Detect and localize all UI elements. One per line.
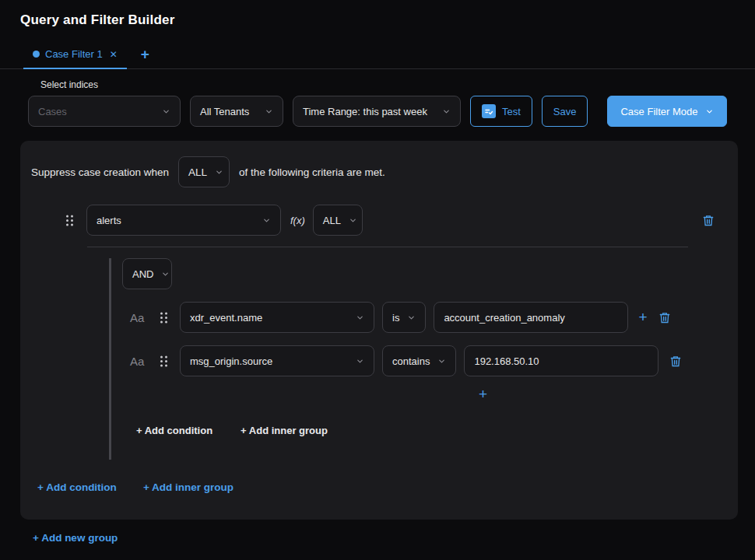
delete-condition-button[interactable] bbox=[669, 355, 682, 368]
condition-drag-handle[interactable] bbox=[160, 312, 168, 324]
group-children-container: AND Aa xdr_event.name is + bbox=[109, 258, 727, 460]
case-sensitivity-toggle[interactable]: Aa bbox=[130, 311, 149, 324]
tab-case-filter-1[interactable]: Case Filter 1 ✕ bbox=[23, 40, 127, 69]
add-condition-inline-button[interactable]: + bbox=[479, 386, 487, 403]
condition-operator-value: contains bbox=[392, 355, 430, 367]
condition-field-select[interactable]: msg_origin.source bbox=[180, 345, 374, 376]
drag-dots-icon bbox=[160, 312, 168, 324]
add-condition-button[interactable]: + Add condition bbox=[37, 481, 117, 493]
chevron-down-icon bbox=[437, 357, 446, 366]
inner-add-inner-group-button[interactable]: + Add inner group bbox=[241, 425, 328, 436]
condition-operator-select[interactable]: contains bbox=[382, 345, 456, 376]
page-title: Query and Filter Builder bbox=[0, 0, 755, 28]
suppress-operator-value: ALL bbox=[188, 166, 207, 178]
fx-label: f(x) bbox=[290, 215, 305, 226]
group-match-select[interactable]: ALL bbox=[313, 205, 363, 236]
save-button-label: Save bbox=[553, 106, 577, 117]
suppress-rule-row: Suppress case creation when ALL of the f… bbox=[31, 156, 727, 187]
add-tab-button[interactable]: + bbox=[127, 40, 163, 68]
condition-value-input[interactable] bbox=[434, 302, 628, 333]
group-match-value: ALL bbox=[323, 215, 341, 226]
inner-add-condition-button[interactable]: + Add condition bbox=[136, 425, 212, 436]
condition-value-input[interactable] bbox=[464, 345, 658, 376]
logic-operator-value: AND bbox=[132, 268, 153, 280]
chevron-down-icon bbox=[265, 107, 273, 116]
suppress-suffix-text: of the following criteria are met. bbox=[239, 166, 385, 178]
condition-row: Aa msg_origin.source contains bbox=[122, 345, 727, 376]
condition-field-select[interactable]: xdr_event.name bbox=[180, 302, 374, 333]
chevron-down-icon bbox=[356, 313, 364, 322]
add-inner-group-button[interactable]: + Add inner group bbox=[143, 481, 234, 493]
tab-bar: Case Filter 1 ✕ + bbox=[0, 40, 755, 69]
drag-dots-icon bbox=[65, 215, 74, 226]
test-button[interactable]: Test bbox=[470, 96, 532, 127]
tab-label: Case Filter 1 bbox=[45, 48, 103, 60]
case-filter-mode-label: Case Filter Mode bbox=[620, 106, 697, 117]
inner-group-actions: + Add condition + Add inner group bbox=[136, 425, 727, 436]
condition-row: Aa xdr_event.name is + bbox=[122, 302, 727, 333]
group-divider-line bbox=[87, 247, 688, 247]
group-source-select[interactable]: alerts bbox=[86, 205, 281, 236]
chevron-down-icon bbox=[407, 313, 416, 322]
condition-operator-value: is bbox=[392, 312, 399, 324]
toolbar: Cases All Tenants Time Range: this past … bbox=[28, 96, 755, 127]
chevron-down-icon bbox=[161, 270, 170, 278]
time-range-select-value: Time Range: this past week bbox=[303, 106, 427, 117]
suppress-operator-select[interactable]: ALL bbox=[178, 156, 230, 187]
case-sensitivity-toggle[interactable]: Aa bbox=[130, 355, 149, 368]
save-button[interactable]: Save bbox=[542, 96, 588, 127]
tab-close-icon[interactable]: ✕ bbox=[110, 49, 118, 60]
test-icon bbox=[482, 104, 496, 118]
group-header-row: alerts f(x) ALL bbox=[65, 205, 727, 236]
group-drag-handle[interactable] bbox=[65, 215, 74, 226]
filter-group-panel: Suppress case creation when ALL of the f… bbox=[20, 141, 738, 520]
drag-dots-icon bbox=[160, 355, 168, 367]
suppress-prefix-text: Suppress case creation when bbox=[31, 166, 169, 178]
condition-field-value: xdr_event.name bbox=[190, 312, 262, 324]
tab-status-dot bbox=[33, 51, 40, 58]
delete-condition-button[interactable] bbox=[658, 311, 671, 324]
condition-drag-handle[interactable] bbox=[160, 355, 168, 367]
delete-group-button[interactable] bbox=[702, 214, 715, 227]
condition-operator-select[interactable]: is bbox=[382, 302, 426, 333]
group-level-actions: + Add condition + Add inner group bbox=[37, 481, 727, 493]
chevron-down-icon bbox=[162, 107, 170, 116]
time-range-select[interactable]: Time Range: this past week bbox=[293, 96, 461, 127]
chevron-down-icon bbox=[705, 107, 714, 116]
chevron-down-icon bbox=[442, 107, 451, 116]
tenant-select-value: All Tenants bbox=[200, 106, 249, 117]
query-filter-builder-app: Query and Filter Builder Case Filter 1 ✕… bbox=[0, 0, 755, 544]
tenant-select[interactable]: All Tenants bbox=[190, 96, 283, 127]
test-button-label: Test bbox=[502, 106, 521, 117]
trash-icon bbox=[658, 311, 671, 324]
add-value-button[interactable]: + bbox=[638, 309, 647, 326]
select-indices-label: Select indices bbox=[40, 79, 755, 90]
trash-icon bbox=[702, 214, 715, 227]
chevron-down-icon bbox=[262, 216, 271, 225]
group-source-value: alerts bbox=[97, 215, 121, 226]
logic-operator-select[interactable]: AND bbox=[122, 258, 172, 289]
indices-select-value: Cases bbox=[38, 106, 67, 117]
condition-field-value: msg_origin.source bbox=[190, 355, 272, 367]
add-new-group-button[interactable]: + Add new group bbox=[33, 532, 118, 544]
indices-select[interactable]: Cases bbox=[28, 96, 181, 127]
chevron-down-icon bbox=[349, 216, 357, 225]
chevron-down-icon bbox=[356, 357, 364, 366]
chevron-down-icon bbox=[215, 168, 223, 177]
case-filter-mode-button[interactable]: Case Filter Mode bbox=[607, 96, 727, 127]
trash-icon bbox=[669, 355, 682, 368]
